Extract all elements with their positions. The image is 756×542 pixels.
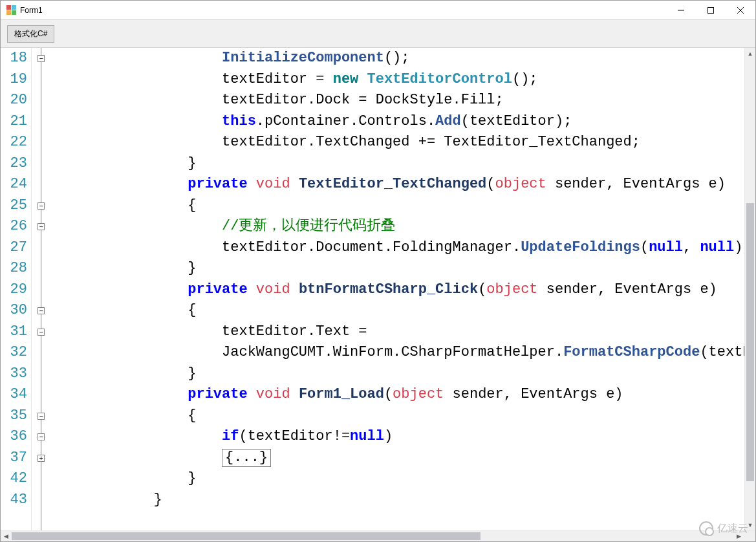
code-line[interactable]: } xyxy=(51,153,744,175)
line-number: 42 xyxy=(1,468,27,490)
fold-collapse-icon[interactable]: − xyxy=(38,329,45,336)
code-editor[interactable]: 1819202122232425262728293031323334353637… xyxy=(1,48,755,530)
vertical-scroll-thumb[interactable] xyxy=(746,203,754,481)
scroll-up-arrow-icon[interactable]: ▲ xyxy=(745,48,755,59)
code-line[interactable]: } xyxy=(51,363,744,385)
code-line[interactable]: if(textEditor!=null) xyxy=(51,426,744,448)
code-line[interactable]: textEditor.Text = xyxy=(51,321,744,343)
line-number: 23 xyxy=(1,153,27,175)
code-line[interactable]: {...} xyxy=(51,448,744,469)
fold-collapse-icon[interactable]: − xyxy=(38,433,45,440)
folded-region[interactable]: {...} xyxy=(222,449,271,467)
code-line[interactable]: { xyxy=(51,300,744,321)
code-line[interactable]: textEditor.TextChanged += TextEditor_Tex… xyxy=(51,132,744,153)
code-line[interactable]: textEditor.Document.FoldingManager.Updat… xyxy=(51,237,744,259)
code-line[interactable]: InitializeComponent(); xyxy=(51,48,744,69)
minimize-button[interactable] xyxy=(666,1,696,20)
titlebar[interactable]: Form1 xyxy=(1,1,755,20)
line-number: 21 xyxy=(1,111,27,133)
code-line[interactable]: textEditor.Dock = DockStyle.Fill; xyxy=(51,90,744,111)
fold-expand-icon[interactable]: + xyxy=(38,455,45,462)
line-number: 32 xyxy=(1,342,27,363)
watermark-text: 亿速云 xyxy=(717,522,748,536)
line-number: 30 xyxy=(1,300,27,321)
line-number: 19 xyxy=(1,69,27,91)
watermark: 亿速云 xyxy=(699,521,748,536)
code-area[interactable]: InitializeComponent(); textEditor = new … xyxy=(50,48,744,530)
svg-rect-1 xyxy=(708,7,714,13)
close-button[interactable] xyxy=(726,1,755,20)
line-number: 28 xyxy=(1,258,27,279)
line-number: 18 xyxy=(1,48,27,69)
line-number: 20 xyxy=(1,90,27,111)
fold-collapse-icon[interactable]: − xyxy=(38,55,45,62)
horizontal-scrollbar[interactable]: ◀ ▶ xyxy=(1,530,755,541)
code-line[interactable]: this.pContainer.Controls.Add(textEditor)… xyxy=(51,111,744,133)
format-csharp-button[interactable]: 格式化C# xyxy=(7,25,54,43)
horizontal-scroll-thumb[interactable] xyxy=(12,532,481,540)
line-number: 34 xyxy=(1,384,27,406)
line-number: 24 xyxy=(1,174,27,195)
line-number: 33 xyxy=(1,363,27,385)
code-line[interactable]: private void TextEditor_TextChanged(obje… xyxy=(51,174,744,195)
code-line[interactable]: textEditor = new TextEditorControl(); xyxy=(51,69,744,91)
scroll-left-arrow-icon[interactable]: ◀ xyxy=(1,531,12,541)
code-line[interactable]: private void btnFormatCSharp_Click(objec… xyxy=(51,279,744,301)
code-line[interactable]: //更新，以便进行代码折叠 xyxy=(51,216,744,237)
fold-collapse-icon[interactable]: − xyxy=(38,202,45,210)
fold-column[interactable]: −−−−−−−+ xyxy=(32,48,50,530)
toolbar: 格式化C# xyxy=(1,20,755,48)
app-icon xyxy=(6,5,16,16)
vertical-scrollbar[interactable]: ▲ ▼ xyxy=(744,48,755,530)
app-window: Form1 格式化C# 1819202122232425262728293031… xyxy=(0,0,756,542)
line-number: 31 xyxy=(1,321,27,343)
watermark-logo-icon xyxy=(699,521,713,536)
fold-collapse-icon[interactable]: − xyxy=(38,223,45,230)
code-line[interactable]: } xyxy=(51,258,744,279)
line-number: 27 xyxy=(1,237,27,259)
line-number: 36 xyxy=(1,426,27,448)
code-line[interactable]: { xyxy=(51,195,744,217)
fold-collapse-icon[interactable]: − xyxy=(38,307,45,314)
line-number: 35 xyxy=(1,406,27,427)
code-line[interactable]: { xyxy=(51,406,744,427)
fold-collapse-icon[interactable]: − xyxy=(38,413,45,420)
code-line[interactable]: private void Form1_Load(object sender, E… xyxy=(51,384,744,406)
code-line[interactable]: } xyxy=(51,468,744,490)
line-number: 43 xyxy=(1,490,27,511)
line-number: 29 xyxy=(1,279,27,301)
window-title: Form1 xyxy=(20,6,43,15)
maximize-button[interactable] xyxy=(696,1,726,20)
line-number-gutter: 1819202122232425262728293031323334353637… xyxy=(1,48,32,530)
line-number: 25 xyxy=(1,195,27,217)
code-line[interactable]: } xyxy=(51,490,744,511)
line-number: 22 xyxy=(1,132,27,153)
code-line[interactable]: JackWangCUMT.WinForm.CSharpFormatHelper.… xyxy=(51,342,744,363)
line-number: 37 xyxy=(1,448,27,469)
line-number: 26 xyxy=(1,216,27,237)
